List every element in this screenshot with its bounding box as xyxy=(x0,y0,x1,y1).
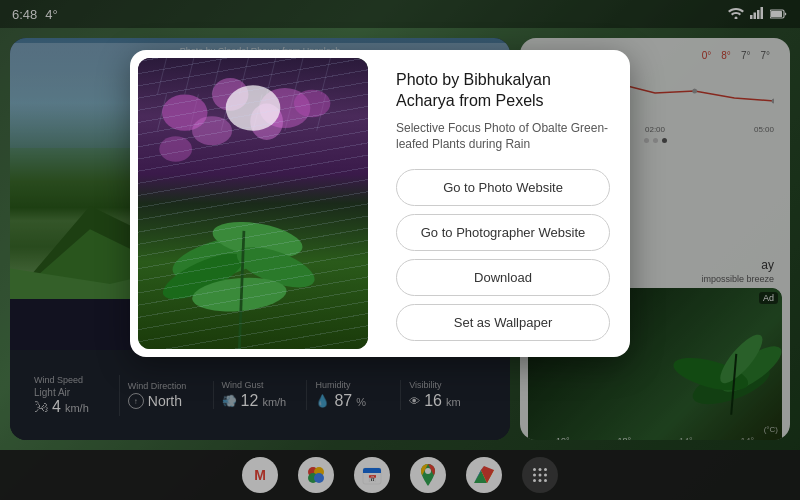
photo-dialog: Photo by Bibhukalyan Acharya from Pexels… xyxy=(130,50,630,357)
dialog-image xyxy=(138,58,368,349)
download-button[interactable]: Download xyxy=(396,259,610,296)
set-as-wallpaper-button[interactable]: Set as Wallpaper xyxy=(396,304,610,341)
dialog-buttons: Go to Photo Website Go to Photographer W… xyxy=(396,169,610,341)
go-to-photographer-website-button[interactable]: Go to Photographer Website xyxy=(396,214,610,251)
rain-overlay xyxy=(138,58,368,349)
go-to-photo-website-button[interactable]: Go to Photo Website xyxy=(396,169,610,206)
dialog-description: Selective Focus Photo of Obalte Green-le… xyxy=(396,120,610,154)
dialog-content: Photo by Bibhukalyan Acharya from Pexels… xyxy=(376,50,630,357)
dialog-overlay[interactable]: Photo by Bibhukalyan Acharya from Pexels… xyxy=(0,0,800,500)
dialog-title: Photo by Bibhukalyan Acharya from Pexels xyxy=(396,70,610,112)
